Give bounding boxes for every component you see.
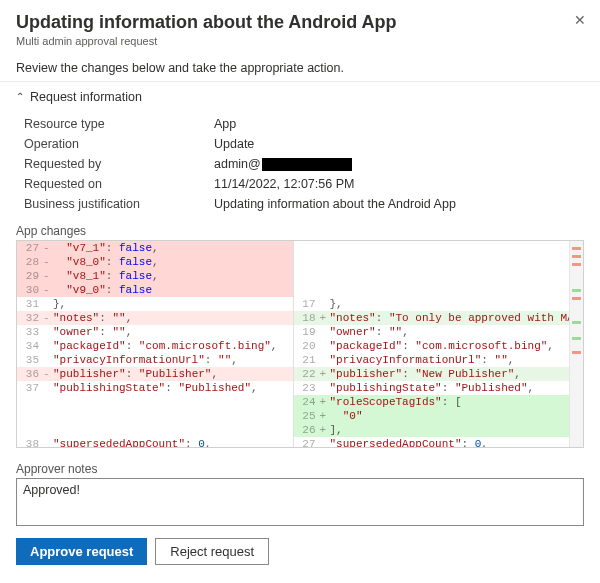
- diff-line: 30- "v9_0": false: [17, 283, 293, 297]
- diff-pane-original[interactable]: 27- "v7_1": false,28- "v8_0": false,29- …: [17, 241, 294, 447]
- redacted-block: [262, 158, 352, 171]
- action-buttons: Approve request Reject request: [0, 526, 600, 581]
- diff-line: 38"supersededAppCount": 0,: [17, 437, 293, 447]
- label-requested-by: Requested by: [24, 157, 214, 171]
- page-title: Updating information about the Android A…: [16, 12, 584, 33]
- label-resource-type: Resource type: [24, 117, 214, 131]
- app-changes-label: App changes: [0, 216, 600, 240]
- instruction-text: Review the changes below and take the ap…: [0, 55, 600, 82]
- approver-notes-label: Approver notes: [0, 448, 600, 478]
- diff-line: 29- "v8_1": false,: [17, 269, 293, 283]
- diff-line: [17, 409, 293, 423]
- value-requested-by-text: admin@: [214, 157, 261, 171]
- chevron-up-icon: ⌃: [16, 91, 24, 102]
- dialog-header: Updating information about the Android A…: [0, 0, 600, 55]
- diff-line: 24+"roleScopeTagIds": [: [294, 395, 570, 409]
- diff-line: 34"packageId": "com.microsoft.bing",: [17, 339, 293, 353]
- diff-line: 23"publishingState": "Published",: [294, 381, 570, 395]
- diff-line: [294, 255, 570, 269]
- approver-notes-input[interactable]: Approved!: [16, 478, 584, 526]
- diff-line: 31},: [17, 297, 293, 311]
- diff-line: 28- "v8_0": false,: [17, 255, 293, 269]
- reject-button[interactable]: Reject request: [155, 538, 269, 565]
- section-toggle-request-info[interactable]: ⌃ Request information: [0, 82, 600, 112]
- diff-line: 25+ "0": [294, 409, 570, 423]
- diff-pane-modified[interactable]: 17},18+"notes": "To only be approved wit…: [294, 241, 570, 447]
- label-justification: Business justification: [24, 197, 214, 211]
- value-operation: Update: [214, 137, 576, 151]
- diff-line: [17, 395, 293, 409]
- diff-line: [294, 269, 570, 283]
- value-requested-by: admin@: [214, 157, 576, 171]
- value-resource-type: App: [214, 117, 576, 131]
- diff-line: 27- "v7_1": false,: [17, 241, 293, 255]
- diff-line: 22+"publisher": "New Publisher",: [294, 367, 570, 381]
- label-requested-on: Requested on: [24, 177, 214, 191]
- diff-viewer: 27- "v7_1": false,28- "v8_0": false,29- …: [16, 240, 584, 448]
- diff-line: [17, 423, 293, 437]
- diff-line: 26+],: [294, 423, 570, 437]
- diff-line: 33"owner": "",: [17, 325, 293, 339]
- value-requested-on: 11/14/2022, 12:07:56 PM: [214, 177, 576, 191]
- label-operation: Operation: [24, 137, 214, 151]
- section-title: Request information: [30, 90, 142, 104]
- diff-line: [294, 241, 570, 255]
- diff-line: 37"publishingState": "Published",: [17, 381, 293, 395]
- close-icon[interactable]: ✕: [574, 12, 586, 28]
- page-subtitle: Multi admin approval request: [16, 35, 584, 47]
- diff-line: [294, 283, 570, 297]
- diff-line: 36-"publisher": "Publisher",: [17, 367, 293, 381]
- request-info-table: Resource type App Operation Update Reque…: [0, 112, 600, 216]
- diff-minimap[interactable]: [569, 241, 583, 447]
- diff-line: 17},: [294, 297, 570, 311]
- diff-line: 18+"notes": "To only be approved with MA…: [294, 311, 570, 325]
- diff-line: 27"supersededAppCount": 0,: [294, 437, 570, 447]
- diff-line: 35"privacyInformationUrl": "",: [17, 353, 293, 367]
- approve-button[interactable]: Approve request: [16, 538, 147, 565]
- diff-line: 32-"notes": "",: [17, 311, 293, 325]
- diff-line: 21"privacyInformationUrl": "",: [294, 353, 570, 367]
- diff-line: 19"owner": "",: [294, 325, 570, 339]
- value-justification: Updating information about the Android A…: [214, 197, 576, 211]
- diff-line: 20"packageId": "com.microsoft.bing",: [294, 339, 570, 353]
